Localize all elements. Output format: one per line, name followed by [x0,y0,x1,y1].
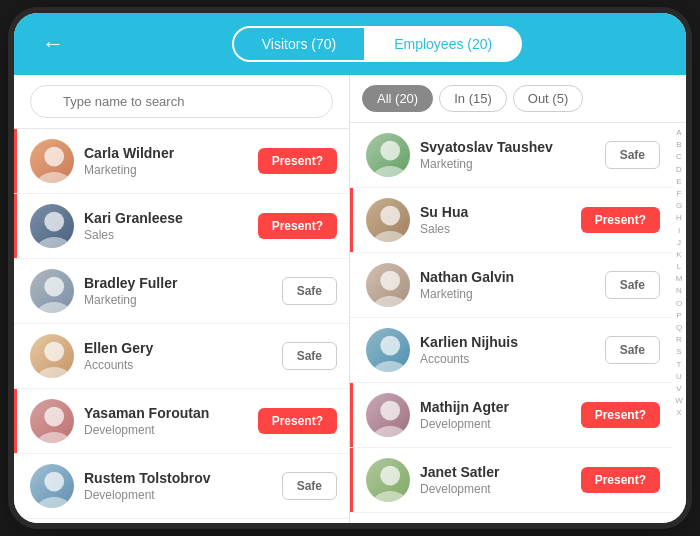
status-button[interactable]: Present? [581,467,660,493]
alpha-w[interactable]: W [675,395,683,406]
svg-point-8 [44,407,64,427]
filter-tab-1[interactable]: In (15) [439,85,507,112]
person-info: Carla Wildner Marketing [84,145,258,177]
status-button[interactable]: Safe [282,472,337,500]
svg-point-20 [380,336,400,356]
alpha-b[interactable]: B [676,139,681,150]
status-button[interactable]: Present? [258,148,337,174]
alpha-e[interactable]: E [676,176,681,187]
person-dept: Development [420,482,581,496]
svg-point-19 [373,296,408,307]
alpha-p[interactable]: P [676,310,681,321]
alpha-u[interactable]: U [676,371,682,382]
status-button[interactable]: Safe [605,336,660,364]
svg-point-16 [380,206,400,226]
person-info: Ellen Gery Accounts [84,340,282,372]
alpha-d[interactable]: D [676,164,682,175]
alpha-k[interactable]: K [676,249,681,260]
svg-point-21 [373,361,408,372]
right-panel: All (20)In (15)Out (5) Svyatoslav Taushe… [350,75,686,523]
alpha-c[interactable]: C [676,151,682,162]
svg-point-5 [37,302,72,313]
search-bar: 🔍 [14,75,349,129]
back-button[interactable]: ← [34,27,72,61]
alpha-h[interactable]: H [676,212,682,223]
status-bar [14,129,17,193]
person-info: Mathijn Agter Development [420,399,581,431]
person-name: Janet Satler [420,464,581,480]
status-button[interactable]: Present? [581,402,660,428]
avatar [366,263,410,307]
filter-tab-2[interactable]: Out (5) [513,85,583,112]
list-item: Sofie Hubert Accounts Present? [14,519,349,523]
person-info: Karlien Nijhuis Accounts [420,334,605,366]
alpha-s[interactable]: S [676,346,681,357]
svg-point-2 [44,212,64,232]
alpha-v[interactable]: V [676,383,681,394]
alpha-o[interactable]: O [676,298,682,309]
alpha-j[interactable]: J [677,237,681,248]
person-name: Carla Wildner [84,145,258,161]
person-dept: Marketing [84,293,282,307]
avatar [366,198,410,242]
person-info: Nathan Galvin Marketing [420,269,605,301]
tab-employees[interactable]: Employees (20) [365,26,522,62]
person-dept: Development [84,488,282,502]
person-name: Kari Granleese [84,210,258,226]
person-dept: Marketing [84,163,258,177]
search-wrapper: 🔍 [30,85,333,118]
status-button[interactable]: Present? [581,207,660,233]
list-item: Rustem Tolstobrov Development Safe [14,454,349,519]
alpha-m[interactable]: M [676,273,683,284]
person-info: Yasaman Foroutan Development [84,405,258,437]
tab-visitors[interactable]: Visitors (70) [232,26,365,62]
list-item: Karlien Nijhuis Accounts Safe [350,318,672,383]
person-info: Janet Satler Development [420,464,581,496]
status-button[interactable]: Safe [282,342,337,370]
person-info: Svyatoslav Taushev Marketing [420,139,605,171]
status-button[interactable]: Safe [605,271,660,299]
status-button[interactable]: Present? [258,408,337,434]
alpha-n[interactable]: N [676,285,682,296]
alpha-a[interactable]: A [676,127,681,138]
svg-point-15 [373,166,408,177]
avatar [366,393,410,437]
tablet-container: ← Visitors (70) Employees (20) 🔍 Carla W… [14,13,686,523]
left-panel: 🔍 Carla Wildner Marketing Present? Kari … [14,75,350,523]
person-name: Su Hua [420,204,581,220]
alpha-g[interactable]: G [676,200,682,211]
avatar [30,204,74,248]
filter-tabs: All (20)In (15)Out (5) [350,75,686,123]
avatar [30,334,74,378]
status-bar [14,519,17,523]
alpha-i[interactable]: I [678,225,680,236]
alpha-index: ABCDEFGHIJKLMNOPQRSTUVWX [672,123,686,523]
status-button[interactable]: Safe [605,141,660,169]
alpha-t[interactable]: T [677,359,682,370]
list-item: Mathijn Agter Development Present? [350,383,672,448]
person-name: Bradley Fuller [84,275,282,291]
alpha-r[interactable]: R [676,334,682,345]
status-button[interactable]: Safe [282,277,337,305]
main-tabs: Visitors (70) Employees (20) [217,26,537,62]
status-button[interactable]: Present? [258,213,337,239]
avatar [30,139,74,183]
person-dept: Marketing [420,287,605,301]
person-info: Rustem Tolstobrov Development [84,470,282,502]
list-item: Kari Granleese Sales Present? [14,194,349,259]
alpha-x[interactable]: X [676,407,681,418]
filter-tab-0[interactable]: All (20) [362,85,433,112]
status-bar [14,194,17,258]
person-name: Mathijn Agter [420,399,581,415]
svg-point-1 [37,172,72,183]
main-content: 🔍 Carla Wildner Marketing Present? Kari … [14,75,686,523]
alpha-f[interactable]: F [677,188,682,199]
svg-point-10 [44,472,64,492]
person-dept: Sales [420,222,581,236]
svg-point-23 [373,426,408,437]
search-input[interactable] [30,85,333,118]
avatar [366,458,410,502]
alpha-q[interactable]: Q [676,322,682,333]
avatar [30,269,74,313]
alpha-l[interactable]: L [677,261,681,272]
